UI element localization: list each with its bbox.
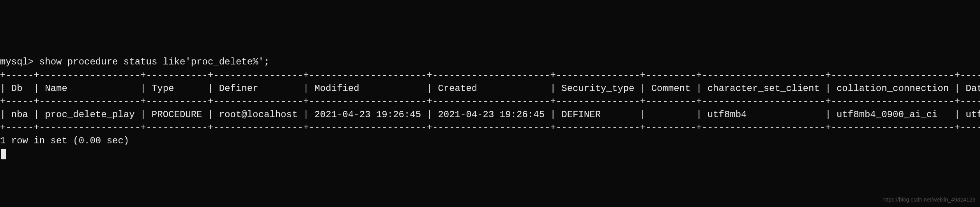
table-separator-mid: +-----+------------------+-----------+--… xyxy=(0,96,980,107)
sql-command: show procedure status like'proc_delete%'… xyxy=(39,57,270,67)
terminal-output: mysql> show procedure status like'proc_d… xyxy=(0,55,980,161)
table-header-row: | Db | Name | Type | Definer | Modified … xyxy=(0,83,980,94)
result-footer: 1 row in set (0.00 sec) xyxy=(0,136,129,146)
table-separator-top: +-----+------------------+-----------+--… xyxy=(0,70,980,80)
table-separator-bottom: +-----+------------------+-----------+--… xyxy=(0,122,980,133)
terminal-cursor xyxy=(1,149,6,159)
watermark-text: https://blog.csdn.net/weixin_49324123 xyxy=(883,196,975,204)
mysql-prompt: mysql> xyxy=(0,57,39,67)
table-data-row: | nba | proc_delete_play | PROCEDURE | r… xyxy=(0,109,980,120)
